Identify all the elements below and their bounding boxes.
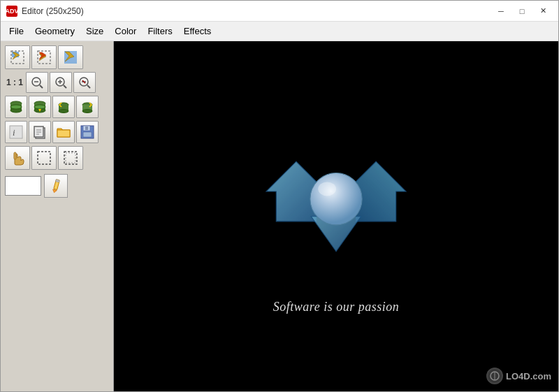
toolbar-row-5 [5,146,109,170]
menubar: File Geometry Size Color Filters Effects [1,22,558,41]
watermark-logo [486,368,503,384]
svg-point-22 [10,105,22,109]
menu-color[interactable]: Color [109,23,142,39]
open-db-icon [8,99,24,115]
color-pencil-row [5,174,109,198]
copy-icon [32,124,48,140]
titlebar: ADV Editor (250x250) ─ □ ✕ [1,1,558,22]
redo-icon [80,99,95,115]
btn-hand[interactable] [5,146,30,170]
menu-geometry[interactable]: Geometry [29,23,80,39]
select-icon [10,50,25,65]
svg-line-17 [87,85,90,88]
btn-redo-db[interactable] [76,96,99,118]
app-icon: ADV [6,6,17,17]
btn-zoom-in[interactable] [50,72,72,93]
btn-undo-db[interactable] [52,96,75,118]
color-swatch[interactable] [5,176,41,196]
svg-rect-49 [66,153,75,163]
btn-magic-select[interactable] [58,146,83,170]
zoom-out-icon [30,75,44,89]
hand-icon [9,150,26,166]
window-title: Editor (250x250) [22,6,491,16]
close-button[interactable]: ✕ [533,3,553,19]
btn-save-db[interactable] [29,96,51,118]
svg-rect-41 [57,130,70,137]
toolbar-row-1 [5,45,109,69]
btn-folder[interactable] [52,121,75,143]
zoom-fit-icon [78,75,92,89]
sidebar: 1 : 1 [1,41,114,391]
btn-save3[interactable] [76,121,99,143]
svg-point-54 [318,182,336,196]
svg-rect-44 [83,132,92,137]
svg-rect-34 [10,126,22,138]
svg-point-33 [82,110,92,113]
info-icon: i [8,124,24,140]
rect-select-icon [36,150,52,166]
btn-zoom-fit[interactable] [73,72,96,93]
toolbar-row-3 [5,96,109,118]
pencil-icon [48,178,64,194]
save-db-icon [32,99,48,115]
move-icon [36,50,52,65]
watermark-text: LO4D.com [506,371,551,382]
menu-size[interactable]: Size [80,23,109,39]
main-content: 1 : 1 [1,41,558,391]
btn-select[interactable] [5,45,30,69]
svg-point-30 [59,110,68,113]
svg-text:i: i [13,127,15,138]
btn-crop[interactable] [58,45,83,69]
floppy-icon [80,124,95,140]
menu-effects[interactable]: Effects [178,23,217,39]
svg-rect-47 [38,152,50,164]
pencil-button[interactable] [44,174,68,198]
app-logo-svg [259,122,413,261]
window-controls: ─ □ ✕ [491,3,553,19]
watermark: LO4D.com [486,368,551,384]
magic-select-icon [62,150,79,166]
svg-rect-45 [85,126,88,130]
toolbar-row-zoom: 1 : 1 [5,72,109,93]
btn-info[interactable]: i [5,121,27,143]
zoom-in-icon [54,75,68,89]
svg-rect-46 [14,152,16,159]
btn-copy2[interactable] [29,121,51,143]
menu-filters[interactable]: Filters [142,23,177,39]
canvas-content: Software is our passion LO4D.com [114,41,558,391]
svg-rect-48 [64,152,77,164]
toolbar-row-4: i [5,121,109,143]
btn-zoom-out[interactable] [26,72,48,93]
svg-point-26 [34,105,45,109]
logo-container [249,104,423,279]
btn-open-db[interactable] [5,96,27,118]
svg-marker-51 [52,189,57,193]
zoom-label: 1 : 1 [5,78,24,87]
svg-line-10 [40,85,43,88]
svg-point-53 [310,173,362,225]
btn-move[interactable] [31,45,57,69]
menu-file[interactable]: File [3,23,29,39]
btn-rect-select[interactable] [31,146,57,170]
svg-line-14 [64,85,66,88]
maximize-button[interactable]: □ [512,3,532,19]
app-icon-label: ADV [6,8,19,15]
canvas-area: Software is our passion LO4D.com [114,41,558,391]
folder-icon [56,124,71,140]
undo-icon [56,99,71,115]
crop-icon [63,50,78,65]
canvas-tagline: Software is our passion [273,300,399,314]
main-window: ADV Editor (250x250) ─ □ ✕ File Geometry… [0,0,559,392]
minimize-button[interactable]: ─ [491,3,511,19]
